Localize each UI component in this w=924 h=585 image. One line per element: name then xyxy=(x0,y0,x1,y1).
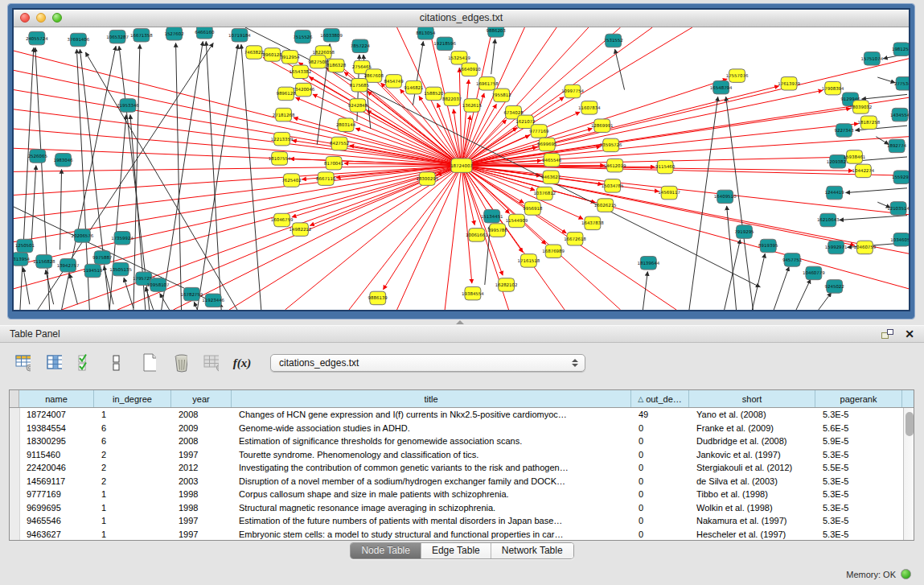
network-window-titlebar[interactable]: citations_edges.txt xyxy=(14,10,909,27)
citation-edge-black[interactable] xyxy=(846,188,907,193)
network-node-yellow[interactable]: 16543382 xyxy=(290,65,312,78)
network-node-teal[interactable]: 7919295 xyxy=(734,225,754,238)
network-node-yellow[interactable]: 7463822 xyxy=(244,46,264,59)
network-node-teal[interactable]: 13942757 xyxy=(57,258,80,271)
network-node-yellow[interactable]: 9777169 xyxy=(529,125,549,138)
network-node-yellow[interactable]: 10442274 xyxy=(852,164,875,177)
citation-edge-black[interactable] xyxy=(31,166,36,246)
column-header-year[interactable]: year xyxy=(171,390,232,407)
citation-edge-black[interactable] xyxy=(491,39,495,75)
citation-edge-red[interactable] xyxy=(462,129,592,166)
network-node-yellow[interactable]: 16282102 xyxy=(495,278,518,291)
network-node-teal[interactable]: 20206576 xyxy=(72,229,94,242)
network-node-yellow[interactable]: 3912954 xyxy=(280,51,300,64)
network-node-teal[interactable]: 16782759 xyxy=(181,287,203,300)
network-node-teal[interactable]: 8813054 xyxy=(416,27,436,39)
network-node-yellow[interactable]: 10061661 xyxy=(466,229,488,241)
network-node-teal[interactable]: 9313954 xyxy=(14,253,31,266)
network-node-yellow[interactable]: 9896128 xyxy=(276,87,296,100)
network-node-teal[interactable]: 11156828 xyxy=(33,255,55,268)
network-node-yellow[interactable]: 14569117 xyxy=(658,186,680,199)
network-node-yellow[interactable]: 10460759 xyxy=(854,241,877,253)
citation-edge-black[interactable] xyxy=(60,169,62,249)
network-node-teal[interactable]: 10958107 xyxy=(147,278,170,291)
network-node-yellow[interactable]: 17161518 xyxy=(518,254,540,267)
table-selector-dropdown[interactable]: citations_edges.txt xyxy=(270,354,585,372)
citation-edge-black[interactable] xyxy=(615,49,625,89)
citation-edge-black[interactable] xyxy=(413,41,423,105)
citation-edge-black[interactable] xyxy=(20,47,34,310)
network-node-teal[interactable]: 11923446 xyxy=(202,294,224,307)
network-node-teal[interactable]: 1983046 xyxy=(53,154,73,167)
network-node-yellow[interactable]: 16046759 xyxy=(271,213,294,226)
citation-edge-black[interactable] xyxy=(109,115,126,310)
network-node-yellow[interactable]: 18039032 xyxy=(850,101,873,113)
network-node-yellow[interactable]: 8170041 xyxy=(324,156,343,169)
citation-edge-red[interactable] xyxy=(355,128,462,165)
network-node-teal[interactable]: 7531552 xyxy=(604,34,623,47)
network-node-yellow[interactable]: 16961758 xyxy=(476,77,499,90)
network-node-teal[interactable]: 1250501 xyxy=(15,239,35,252)
network-node-yellow[interactable]: 16640910 xyxy=(458,63,481,76)
network-node-yellow[interactable]: 15938461 xyxy=(844,150,866,163)
network-node-yellow[interactable]: 9699695 xyxy=(537,138,556,150)
citation-edge-black[interactable] xyxy=(176,43,182,310)
citation-edge-black[interactable] xyxy=(774,267,789,310)
delete-table-disabled-icon[interactable] xyxy=(198,350,224,376)
network-node-teal[interactable]: 13505135 xyxy=(109,262,132,275)
network-node-teal[interactable]: 1434554 xyxy=(890,108,909,121)
network-node-yellow[interactable]: 1362615 xyxy=(462,99,482,112)
table-row[interactable]: 946362711997Embryonic stem cells: a mode… xyxy=(10,528,903,541)
network-node-yellow[interactable]: 9146821 xyxy=(404,80,423,93)
citation-edge-black[interactable] xyxy=(877,77,895,83)
network-node-teal[interactable]: 1981258 xyxy=(892,43,909,56)
citation-edge-black[interactable] xyxy=(162,41,203,310)
tab-node-table[interactable]: Node Table xyxy=(351,543,421,558)
network-node-yellow[interactable]: 12213359 xyxy=(271,132,294,145)
network-node-teal[interactable]: 10653287 xyxy=(106,30,129,43)
table-row[interactable]: 1872400712008Changes of HCN gene express… xyxy=(10,408,903,422)
network-node-teal[interactable]: 6466160 xyxy=(195,27,215,39)
delete-trash-icon[interactable] xyxy=(166,350,192,376)
network-node-yellow[interactable]: 14982212 xyxy=(290,223,312,236)
citation-edge-black[interactable] xyxy=(241,44,261,310)
table-row[interactable]: 1456911722003Disruption of a novel membe… xyxy=(10,475,903,488)
network-node-teal[interactable]: 16409510 xyxy=(714,190,737,203)
network-node-yellow[interactable]: 8995786 xyxy=(488,224,508,237)
citation-edge-red[interactable] xyxy=(462,166,472,283)
function-builder-icon[interactable]: f(x) xyxy=(229,350,255,376)
network-node-teal[interactable]: 10460779 xyxy=(803,266,825,279)
citation-edge-black[interactable] xyxy=(85,52,237,310)
network-node-teal[interactable]: 1559295 xyxy=(892,171,909,183)
network-node-yellow[interactable]: 16672618 xyxy=(564,233,586,245)
citation-edge-red[interactable] xyxy=(229,166,462,310)
network-node-teal[interactable]: 19218596 xyxy=(433,37,456,50)
column-header-in_degree[interactable]: in_degree xyxy=(94,390,171,407)
network-node-teal[interactable]: 16033809 xyxy=(320,28,343,41)
citation-edge-red[interactable] xyxy=(445,166,462,310)
citation-edge-black[interactable] xyxy=(197,44,238,310)
citation-edge-red[interactable] xyxy=(462,157,844,165)
network-node-yellow[interactable]: 18300295 xyxy=(416,172,438,185)
network-canvas[interactable]: 2405572437691406106532871667135815276026… xyxy=(14,27,909,310)
network-node-yellow[interactable]: 13595726 xyxy=(600,138,622,151)
network-node-yellow[interactable]: 8667110 xyxy=(316,172,336,185)
citation-edge-black[interactable] xyxy=(643,271,647,310)
network-node-yellow[interactable]: 9956918 xyxy=(523,202,543,215)
network-node-yellow[interactable]: 18724007 xyxy=(450,159,473,172)
network-node-yellow[interactable]: 8427552 xyxy=(330,137,349,150)
network-node-yellow[interactable]: 9465546 xyxy=(542,154,562,167)
network-node-teal[interactable]: 1527602 xyxy=(164,27,183,40)
network-node-yellow[interactable]: 11544909 xyxy=(506,214,528,227)
citation-edge-black[interactable] xyxy=(194,302,197,310)
citation-edge-black[interactable] xyxy=(752,253,765,310)
network-node-teal[interactable]: 15751074 xyxy=(860,52,883,65)
select-all-check-icon[interactable] xyxy=(72,350,98,376)
table-row[interactable]: 1938455462009Genome-wide association stu… xyxy=(10,422,903,435)
network-node-teal[interactable]: 9457751 xyxy=(782,253,802,266)
network-node-yellow[interactable]: 17908394 xyxy=(822,81,844,94)
citation-edge-black[interactable] xyxy=(796,279,811,310)
network-node-teal[interactable]: 16548794 xyxy=(710,80,733,93)
network-node-teal[interactable]: 9975887 xyxy=(92,251,112,264)
citation-edge-black[interactable] xyxy=(861,94,907,99)
